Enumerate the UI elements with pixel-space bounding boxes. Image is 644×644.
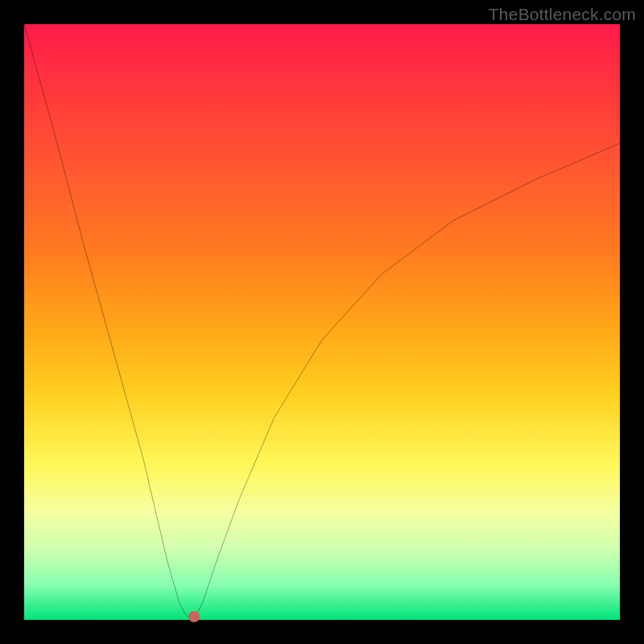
watermark-text: TheBottleneck.com xyxy=(489,5,636,24)
optimal-point-marker xyxy=(188,611,200,622)
bottleneck-chart: TheBottleneck.com xyxy=(0,0,644,644)
bottleneck-curve-path xyxy=(24,24,620,620)
plot-area xyxy=(24,24,620,620)
curve-svg xyxy=(24,24,620,620)
